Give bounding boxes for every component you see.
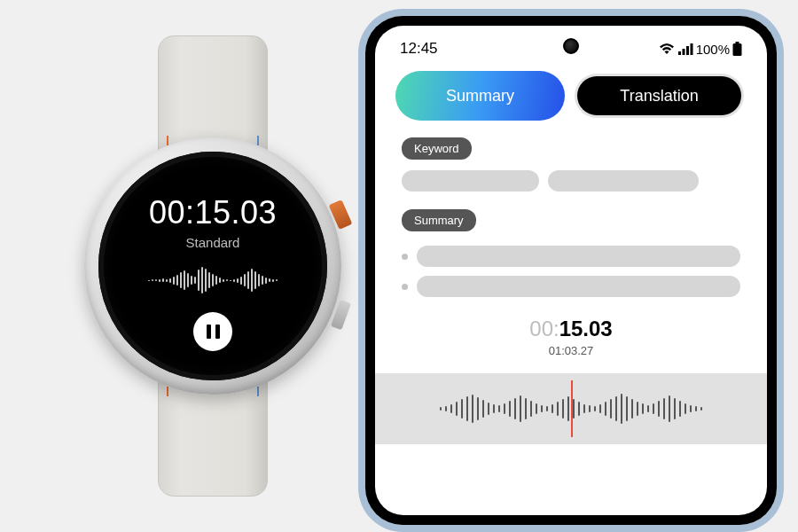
stitch-decoration xyxy=(167,387,168,396)
summary-content: Keyword Summary 00:15.03 01:03.27 xyxy=(375,118,767,357)
keyword-placeholders xyxy=(402,170,740,192)
playback-cursor xyxy=(571,380,573,437)
playback-waveform[interactable] xyxy=(375,373,767,444)
svg-rect-2 xyxy=(686,46,689,55)
pause-icon xyxy=(207,325,211,339)
wifi-icon xyxy=(659,43,675,55)
signal-icon xyxy=(677,43,693,55)
battery-icon xyxy=(732,42,742,56)
summary-bullet xyxy=(402,246,740,267)
stitch-decoration xyxy=(257,387,259,396)
phone-screen: 12:45 100% Summary Translation Keyword xyxy=(375,26,767,515)
total-time: 01:03.27 xyxy=(402,344,740,357)
placeholder-chip xyxy=(548,170,699,192)
svg-rect-3 xyxy=(690,43,692,55)
watch-side-button[interactable] xyxy=(331,300,351,331)
svg-rect-0 xyxy=(678,51,681,55)
phone-frame: 12:45 100% Summary Translation Keyword xyxy=(365,16,777,525)
status-time: 12:45 xyxy=(400,40,438,58)
status-indicators: 100% xyxy=(659,42,742,57)
placeholder-line xyxy=(417,276,740,297)
svg-rect-1 xyxy=(682,49,685,55)
recording-timer: 00:15.03 xyxy=(149,194,277,231)
tab-translation[interactable]: Translation xyxy=(575,74,744,118)
watch-crown-button[interactable] xyxy=(329,200,353,230)
pause-icon xyxy=(215,325,220,339)
svg-rect-5 xyxy=(733,43,742,56)
time-value: 15.03 xyxy=(559,317,613,340)
time-prefix: 00: xyxy=(529,317,559,340)
waveform-visualization xyxy=(148,262,278,298)
watch-dial: 00:15.03 Standard xyxy=(98,152,327,380)
smartwatch: 00:15.03 Standard xyxy=(89,35,337,497)
watch-case: 00:15.03 Standard xyxy=(84,137,341,395)
summary-bullet xyxy=(402,276,740,297)
tab-label: Translation xyxy=(620,87,698,106)
placeholder-chip xyxy=(402,170,539,192)
watch-band-bottom xyxy=(158,377,268,497)
placeholder-line xyxy=(417,246,740,267)
svg-rect-4 xyxy=(736,42,739,43)
summary-section-label: Summary xyxy=(402,209,476,231)
summary-bullets xyxy=(402,246,740,297)
keyword-section-label: Keyword xyxy=(402,137,472,160)
tab-summary[interactable]: Summary xyxy=(398,74,562,118)
tab-label: Summary xyxy=(446,87,514,106)
stitch-decoration xyxy=(257,136,259,145)
stitch-decoration xyxy=(167,136,168,145)
recording-mode: Standard xyxy=(186,235,240,250)
tab-bar: Summary Translation xyxy=(375,65,767,118)
battery-percentage: 100% xyxy=(696,42,730,57)
playback-time: 00:15.03 01:03.27 xyxy=(402,317,740,357)
front-camera xyxy=(563,38,579,54)
smartphone: 12:45 100% Summary Translation Keyword xyxy=(358,9,784,532)
current-time: 00:15.03 xyxy=(402,317,740,341)
pause-button[interactable] xyxy=(193,312,232,351)
